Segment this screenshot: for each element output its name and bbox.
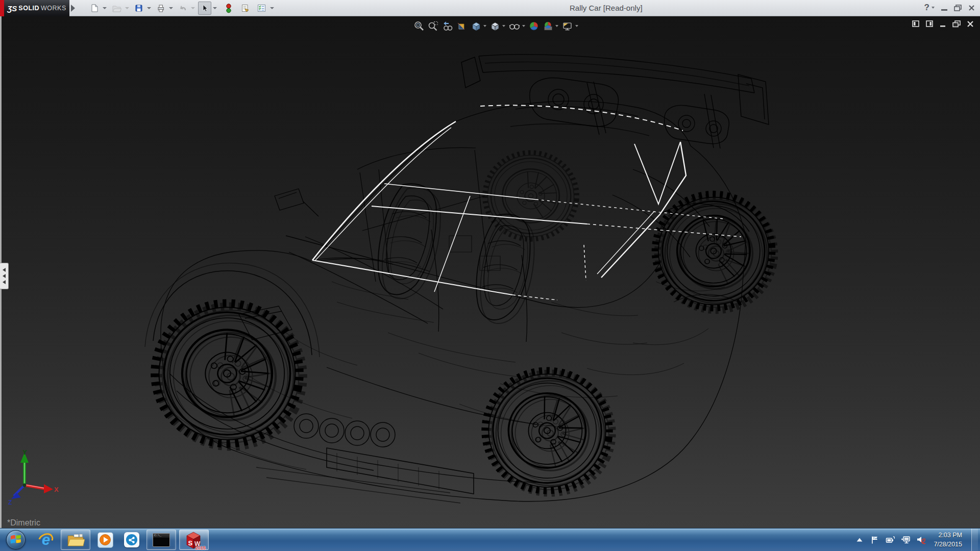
sw-cube-letter-s: S [188,539,193,547]
open-button[interactable] [110,2,124,15]
options-button[interactable] [255,2,268,15]
graphics-viewport[interactable]: Y X Z *Dimetric [0,16,980,528]
chevron-left-icon [3,274,6,278]
select-tool-button[interactable] [198,2,211,15]
start-button[interactable] [6,530,26,549]
taskbar-item-share-app[interactable] [120,530,143,550]
taskbar-item-windows-explorer[interactable] [61,530,90,550]
help-dropdown-arrow [932,7,935,9]
zoom-to-area-icon [428,20,439,32]
view-orientation-dropdown-arrow[interactable] [483,25,486,27]
wheel-front-left [133,281,329,471]
windows-logo-icon [10,534,22,545]
wheel-front-right [468,354,632,513]
taskbar: e C:\_ [0,528,980,551]
display-style-button[interactable] [489,20,505,32]
open-dropdown-arrow[interactable] [125,7,129,9]
rebuild-button[interactable] [223,2,234,15]
taskbar-item-command-prompt[interactable]: C:\_ [146,530,176,550]
highlight-a-pillar-inner [315,128,451,260]
previous-view-button[interactable] [442,20,453,32]
network-icon[interactable] [901,535,910,544]
options-list-icon [257,4,266,13]
command-prompt-icon: C:\_ [153,533,170,547]
zoom-to-area-button[interactable] [428,20,439,32]
hide-show-dropdown-arrow[interactable] [522,25,525,27]
brand-accent-strip [0,0,4,16]
new-button[interactable] [88,2,101,15]
doc-restore-button[interactable] [952,20,961,28]
edit-appearance-button[interactable] [528,20,540,32]
feature-pane-expand-tab[interactable] [0,263,9,289]
wireframe-car [0,16,980,528]
restore-button[interactable] [954,5,962,11]
car-roof-vents [530,78,729,143]
new-document-icon [90,4,99,13]
clock-time: 2:03 PM [938,531,962,540]
power-battery-icon[interactable] [886,535,895,544]
solidworks-logo-mark: ƷS [7,4,17,13]
show-desktop-button[interactable] [971,529,978,551]
window-controls: ? [924,3,975,13]
highlight-roof-line-a [384,184,536,199]
doc-close-button[interactable] [967,20,974,28]
print-dropdown-arrow[interactable] [169,7,173,9]
zoom-to-fit-button[interactable] [413,20,425,32]
help-icon: ? [924,3,929,13]
select-dropdown-arrow[interactable] [213,7,217,9]
volume-muted-icon[interactable] [916,535,925,544]
rebuild-traffic-light-icon [225,4,232,13]
display-pane-left-toggle[interactable] [912,20,920,28]
show-hidden-icons-button[interactable] [855,535,864,544]
restore-icon [954,5,962,11]
window-title: Rally Car [Read-only] [570,4,643,12]
view-orientation-label: *Dimetric [7,518,40,528]
system-tray: 2:03 PM 7/28/2015 [855,529,980,551]
save-floppy-icon [134,4,143,13]
help-button[interactable]: ? [924,3,935,13]
view-settings-dropdown-arrow[interactable] [575,25,578,27]
action-center-flag-icon[interactable] [870,535,879,544]
highlight-roof-line-b [372,206,587,224]
solidworks-logo-works: WORKS [41,5,66,12]
close-icon [968,5,975,11]
doc-minimize-button[interactable] [940,20,946,28]
save-dropdown-arrow[interactable] [147,7,151,9]
view-orientation-button[interactable] [471,20,486,32]
menu-expand-arrow-icon[interactable] [71,5,75,12]
taskbar-item-media-player[interactable] [93,530,117,550]
folder-icon [66,532,85,547]
hide-show-items-button[interactable] [508,20,525,32]
chevron-left-icon [3,268,6,272]
undo-button[interactable] [176,2,189,15]
media-player-icon [99,534,111,546]
titlebar: ƷS SOLIDWORKS [0,0,980,16]
clock[interactable]: 2:03 PM 7/28/2015 [934,531,962,549]
display-pane-right-toggle[interactable] [926,20,934,28]
main-toolbar [88,1,277,15]
document-window-controls [912,20,974,28]
apply-scene-button[interactable] [543,20,558,32]
undo-dropdown-arrow[interactable] [191,7,195,9]
car-front-lights [294,414,395,447]
file-properties-button[interactable] [238,2,252,15]
car-rear-wing [461,55,769,148]
close-button[interactable] [968,5,975,11]
section-view-button[interactable] [456,20,468,32]
share-network-icon [126,534,138,546]
save-button[interactable] [132,2,145,15]
zoom-to-fit-icon [413,20,425,32]
print-button[interactable] [154,2,167,15]
view-settings-button[interactable] [561,20,578,32]
minimize-button[interactable] [941,5,947,11]
internet-explorer-icon: e [42,532,50,548]
new-dropdown-arrow[interactable] [103,7,107,9]
apply-scene-icon [543,20,554,32]
section-view-icon [456,20,468,32]
taskbar-item-solidworks[interactable]: S W 2015 [179,530,209,550]
display-style-dropdown-arrow[interactable] [502,25,505,27]
options-dropdown-arrow[interactable] [270,7,274,9]
apply-scene-dropdown-arrow[interactable] [555,25,558,27]
file-properties-icon [240,4,250,13]
taskbar-item-internet-explorer[interactable]: e [34,530,58,550]
